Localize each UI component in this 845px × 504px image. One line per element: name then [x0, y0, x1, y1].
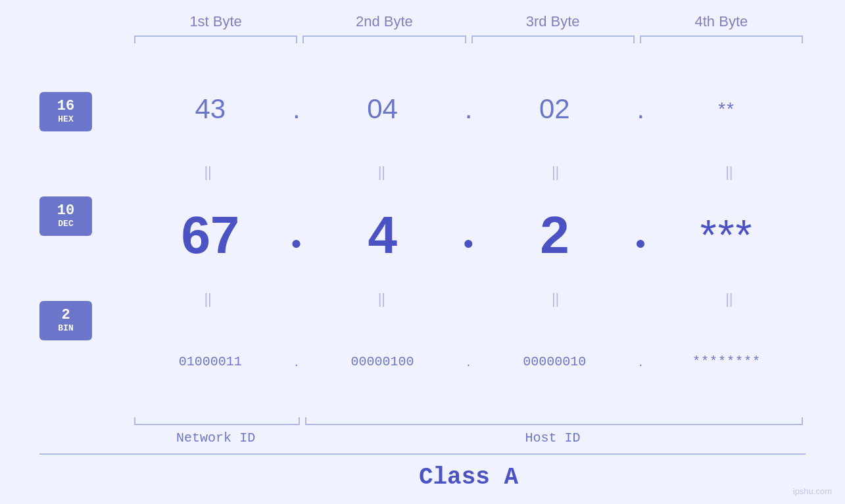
hex-badge: 16 HEX	[39, 92, 92, 131]
dec-dot1: ●	[287, 233, 306, 254]
eq1-b3: ||	[482, 164, 629, 181]
class-label: Class A	[419, 464, 518, 491]
hex-b3: 02	[479, 93, 631, 125]
dec-row: 67 ● 4 ● 2 ● ***	[132, 185, 806, 285]
class-row: Class A	[39, 453, 806, 491]
dec-b2: 4	[306, 205, 459, 265]
byte-headers: 1st Byte 2nd Byte 3rd Byte 4th Byte	[39, 13, 806, 30]
network-id-label: Network ID	[132, 430, 300, 446]
bin-dot3: .	[631, 354, 650, 369]
byte3-header: 3rd Byte	[469, 13, 637, 30]
eq2-b4: ||	[656, 290, 803, 308]
id-labels: Network ID Host ID	[132, 430, 806, 446]
byte2-header: 2nd Byte	[300, 13, 468, 30]
dec-dot3: ●	[631, 233, 650, 254]
values-area: 43 . 04 . 02 . ** || ||	[132, 59, 806, 412]
bin-dot2: .	[459, 354, 479, 369]
eq1-b4: ||	[656, 164, 803, 181]
bin-b3: 00000010	[479, 354, 631, 369]
dec-b1: 67	[134, 205, 287, 265]
hex-b2: 04	[306, 93, 459, 125]
host-id-label: Host ID	[300, 430, 806, 446]
main-grid: 16 HEX 10 DEC 2 BIN 43 . 04	[39, 59, 806, 412]
dec-b4: ***	[650, 211, 803, 260]
bin-b4: ********	[650, 354, 803, 369]
bracket-3	[471, 35, 635, 49]
dec-b3: 2	[479, 205, 631, 265]
bracket-4	[640, 35, 803, 49]
equals-row-1: || || || ||	[132, 159, 806, 185]
bottom-section: Network ID Host ID	[39, 415, 806, 446]
bin-row: 01000011 . 00000100 . 00000010 . *******…	[132, 312, 806, 412]
byte1-header: 1st Byte	[132, 13, 300, 30]
eq2-b3: ||	[482, 290, 629, 308]
equals-row-2: || || || ||	[132, 286, 806, 312]
bin-badge: 2 BIN	[39, 301, 92, 340]
byte4-header: 4th Byte	[637, 13, 806, 30]
dec-dot2: ●	[459, 233, 479, 254]
hex-dot3: .	[631, 93, 650, 125]
dec-badge: 10 DEC	[39, 196, 92, 236]
eq1-b2: ||	[308, 164, 455, 181]
eq2-b1: ||	[134, 290, 281, 308]
bottom-brackets	[132, 415, 806, 425]
bracket-1	[134, 35, 297, 49]
label-column: 16 HEX 10 DEC 2 BIN	[39, 59, 132, 412]
hex-dot2: .	[459, 93, 479, 125]
bin-dot1: .	[287, 354, 306, 369]
hex-b1: 43	[134, 93, 287, 125]
hex-dot1: .	[287, 93, 306, 125]
bin-b2: 00000100	[306, 354, 459, 369]
top-brackets	[39, 35, 806, 49]
eq2-b2: ||	[308, 290, 455, 308]
eq1-b1: ||	[134, 164, 281, 181]
host-id-bracket	[305, 415, 803, 425]
hex-row: 43 . 04 . 02 . **	[132, 59, 806, 159]
bracket-2	[302, 35, 466, 49]
network-id-bracket	[134, 415, 300, 425]
bin-b1: 01000011	[134, 354, 287, 369]
watermark: ipshu.com	[793, 486, 832, 496]
hex-b4: **	[650, 99, 803, 120]
